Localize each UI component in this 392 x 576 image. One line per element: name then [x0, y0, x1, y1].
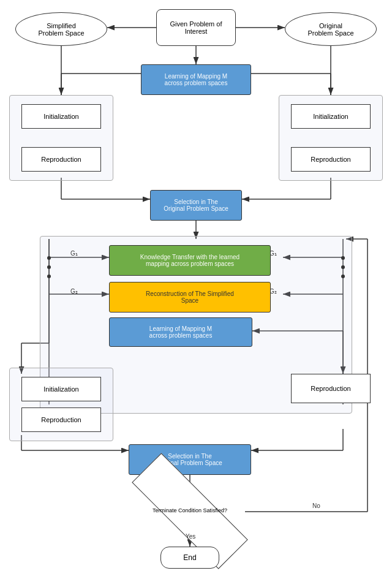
original-space-label: Original Problem Space: [307, 22, 353, 37]
reconstruction-label: Reconstruction of The Simplified Space: [146, 290, 234, 304]
selection-top-box: Selection in The Original Problem Space: [150, 190, 242, 221]
repro-left-top-label: Reproduction: [41, 156, 81, 163]
learning-mapping-top-label: Learning of Mapping M across problem spa…: [165, 73, 228, 86]
knowledge-transfer-label: Knowledge Transfer with the learned mapp…: [140, 254, 239, 267]
dot-left-3: [47, 275, 51, 278]
simplified-space-oval: Simplified Problem Space: [15, 12, 107, 46]
no-label: No: [312, 502, 320, 509]
given-problem-cylinder: Given Problem of Interest: [156, 9, 236, 46]
simplified-space-label: Simplified Problem Space: [38, 22, 84, 37]
repro-left-bottom-label: Reproduction: [41, 416, 81, 423]
init-right-top-label: Initialization: [313, 113, 348, 120]
init-left-bottom-label: Initialization: [43, 385, 78, 393]
selection-top-label: Selection in The Original Problem Space: [164, 199, 228, 212]
repro-right-bottom-box: Reproduction: [291, 374, 371, 403]
learning-mapping-bottom-box: Learning of Mapping M across problem spa…: [109, 317, 252, 347]
repro-right-top-box: Reproduction: [291, 147, 371, 172]
learning-mapping-top-box: Learning of Mapping M across problem spa…: [141, 64, 251, 95]
dot-right-1: [341, 256, 345, 260]
repro-right-bottom-label: Reproduction: [311, 385, 350, 392]
repro-right-top-label: Reproduction: [311, 156, 350, 163]
init-left-top-label: Initialization: [43, 113, 78, 120]
end-label: End: [183, 553, 196, 562]
init-right-top-box: Initialization: [291, 104, 371, 129]
dot-left-2: [47, 265, 51, 269]
init-left-bottom-box: Initialization: [21, 377, 101, 401]
reconstruction-box: Reconstruction of The Simplified Space: [109, 282, 271, 313]
init-left-top-box: Initialization: [21, 104, 101, 129]
dot-right-2: [341, 265, 345, 269]
yes-label: Yes: [186, 533, 195, 540]
diagram: Given Problem of Interest Simplified Pro…: [0, 0, 392, 576]
terminate-label: Terminate Condition Satisfied?: [153, 507, 227, 515]
dot-left-1: [47, 256, 51, 260]
g1-left-label: G₁: [70, 250, 78, 257]
given-problem-label: Given Problem of Interest: [170, 20, 222, 35]
terminate-diamond: Terminate Condition Satisfied?: [129, 490, 251, 532]
original-space-oval: Original Problem Space: [285, 12, 377, 46]
repro-left-top-box: Reproduction: [21, 147, 101, 172]
repro-left-bottom-box: Reproduction: [21, 407, 101, 432]
learning-mapping-bottom-label: Learning of Mapping M across problem spa…: [149, 325, 213, 339]
g2-left-label: G₂: [70, 288, 78, 295]
knowledge-transfer-box: Knowledge Transfer with the learned mapp…: [109, 245, 271, 276]
end-box: End: [160, 547, 219, 569]
dot-right-3: [341, 275, 345, 278]
